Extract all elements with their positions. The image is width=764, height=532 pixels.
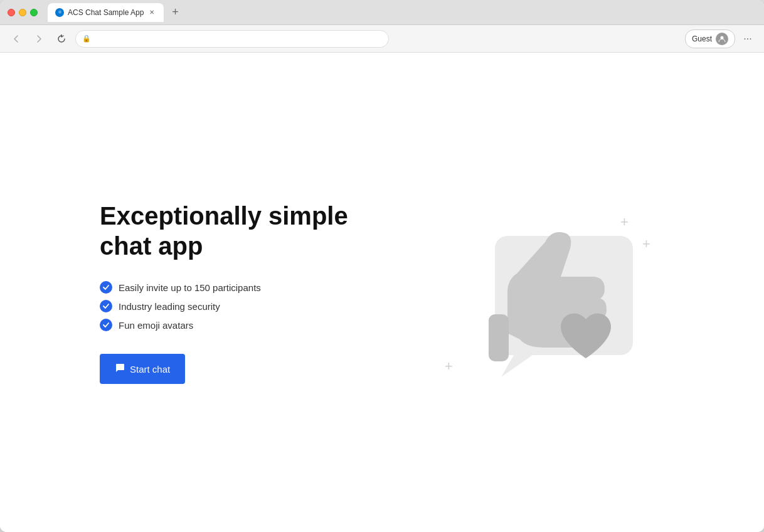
- start-chat-label: Start chat: [130, 364, 170, 375]
- check-icon: [100, 319, 112, 331]
- content-wrapper: Exceptionally simple chat app Easily inv…: [100, 186, 664, 399]
- refresh-button[interactable]: [53, 30, 70, 48]
- feature-text: Easily invite up to 150 participants: [119, 282, 261, 293]
- feature-text: Fun emoji avatars: [119, 320, 193, 331]
- start-chat-button[interactable]: Start chat: [100, 354, 185, 384]
- feature-text: Industry leading security: [119, 301, 220, 312]
- close-button[interactable]: [8, 9, 15, 16]
- avatar: [716, 33, 728, 45]
- features-list: Easily invite up to 150 participants Ind…: [100, 281, 348, 331]
- svg-text:+: +: [642, 236, 650, 252]
- titlebar: ⚛ ACS Chat Sample App ✕ +: [0, 0, 764, 25]
- check-icon: [100, 281, 112, 294]
- check-icon: [100, 300, 112, 312]
- address-bar[interactable]: 🔒: [75, 30, 389, 48]
- list-item: Easily invite up to 150 participants: [100, 281, 348, 294]
- lock-icon: 🔒: [82, 35, 91, 43]
- toolbar: 🔒 Guest ···: [0, 25, 764, 53]
- tab-bar: ⚛ ACS Chat Sample App ✕ +: [48, 3, 756, 22]
- tab-favicon-icon: ⚛: [55, 8, 64, 17]
- active-tab[interactable]: ⚛ ACS Chat Sample App ✕: [48, 3, 164, 22]
- address-input[interactable]: [95, 35, 382, 43]
- left-content: Exceptionally simple chat app Easily inv…: [100, 201, 348, 384]
- hero-illustration: + + +: [426, 186, 664, 399]
- forward-button[interactable]: [30, 30, 48, 48]
- guest-label: Guest: [692, 35, 712, 43]
- minimize-button[interactable]: [19, 9, 26, 16]
- tab-close-button[interactable]: ✕: [147, 8, 156, 17]
- illustration-svg: + + +: [426, 186, 664, 399]
- page-content: Exceptionally simple chat app Easily inv…: [0, 53, 764, 532]
- more-options-button[interactable]: ···: [739, 30, 756, 48]
- list-item: Industry leading security: [100, 300, 348, 312]
- chat-icon: [115, 363, 125, 375]
- tab-title: ACS Chat Sample App: [68, 8, 144, 17]
- list-item: Fun emoji avatars: [100, 319, 348, 331]
- maximize-button[interactable]: [30, 9, 38, 16]
- profile-area: Guest ···: [685, 29, 756, 48]
- svg-rect-6: [489, 314, 509, 361]
- svg-text:+: +: [445, 358, 453, 374]
- browser-window: ⚛ ACS Chat Sample App ✕ + 🔒: [0, 0, 764, 532]
- back-button[interactable]: [8, 30, 25, 48]
- svg-text:+: +: [620, 214, 629, 230]
- guest-profile-button[interactable]: Guest: [685, 29, 735, 48]
- traffic-lights: [8, 9, 38, 16]
- new-tab-button[interactable]: +: [166, 4, 184, 21]
- hero-title: Exceptionally simple chat app: [100, 201, 348, 261]
